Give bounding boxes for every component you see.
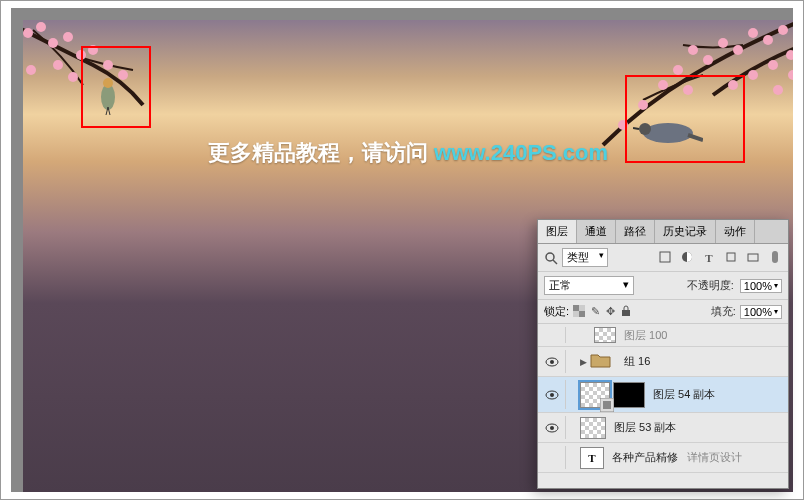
layer-filter-row: 类型 T bbox=[538, 244, 788, 272]
svg-point-11 bbox=[68, 72, 78, 82]
lock-position-icon[interactable]: ✥ bbox=[606, 305, 615, 318]
blend-mode-row: 正常▾ 不透明度: 100%▾ bbox=[538, 272, 788, 300]
visibility-eye-icon[interactable] bbox=[545, 390, 559, 400]
layer-row[interactable]: 图层 53 副本 bbox=[538, 413, 788, 443]
svg-rect-38 bbox=[727, 253, 735, 261]
layer-name: 各种产品精修 详情页设计 bbox=[612, 450, 788, 465]
tab-channels[interactable]: 通道 bbox=[577, 220, 616, 243]
svg-line-35 bbox=[553, 260, 557, 264]
layer-row-text[interactable]: T 各种产品精修 详情页设计 bbox=[538, 443, 788, 473]
svg-point-16 bbox=[718, 38, 728, 48]
tab-paths[interactable]: 路径 bbox=[616, 220, 655, 243]
svg-rect-36 bbox=[660, 252, 670, 262]
layer-mask-thumbnail bbox=[613, 382, 645, 408]
search-icon bbox=[544, 251, 558, 265]
svg-point-15 bbox=[733, 45, 743, 55]
svg-point-34 bbox=[546, 253, 554, 261]
filter-text-icon[interactable]: T bbox=[702, 252, 716, 264]
lock-all-icon[interactable] bbox=[621, 305, 631, 319]
svg-point-10 bbox=[53, 60, 63, 70]
lock-label: 锁定: bbox=[544, 304, 569, 319]
filter-toggle-icon[interactable] bbox=[768, 250, 782, 266]
svg-point-0 bbox=[23, 28, 33, 38]
svg-point-3 bbox=[63, 32, 73, 42]
svg-point-18 bbox=[688, 45, 698, 55]
layer-thumbnail bbox=[594, 327, 616, 343]
layer-name: 图层 53 副本 bbox=[614, 420, 788, 435]
opacity-label: 不透明度: bbox=[687, 278, 734, 293]
svg-rect-40 bbox=[772, 251, 778, 263]
filter-type-select[interactable]: 类型 bbox=[562, 248, 608, 267]
fill-label: 填充: bbox=[711, 304, 736, 319]
watermark-text-url: www.240PS.com bbox=[434, 140, 608, 165]
layer-row[interactable]: 图层 100 bbox=[538, 324, 788, 347]
svg-rect-50 bbox=[603, 401, 611, 409]
svg-point-22 bbox=[748, 70, 758, 80]
filter-smart-icon[interactable] bbox=[746, 251, 760, 265]
svg-point-29 bbox=[773, 85, 783, 95]
svg-point-14 bbox=[748, 28, 758, 38]
tab-actions[interactable]: 动作 bbox=[716, 220, 755, 243]
layer-row-active[interactable]: 图层 54 副本 bbox=[538, 377, 788, 413]
tab-layers[interactable]: 图层 bbox=[538, 220, 577, 243]
svg-point-2 bbox=[48, 38, 58, 48]
svg-point-17 bbox=[703, 55, 713, 65]
smart-object-icon bbox=[600, 398, 614, 412]
svg-point-48 bbox=[550, 393, 554, 397]
lock-pixels-icon[interactable]: ✎ bbox=[591, 305, 600, 318]
tab-history[interactable]: 历史记录 bbox=[655, 220, 716, 243]
watermark-text-white: 更多精品教程，请访问 bbox=[208, 140, 434, 165]
layers-panel[interactable]: 图层 通道 路径 历史记录 动作 类型 T 正常▾ 不透明度: bbox=[537, 219, 789, 489]
selection-marker-left bbox=[81, 46, 151, 128]
tutorial-watermark: 更多精品教程，请访问 www.240PS.com bbox=[208, 138, 608, 168]
filter-shape-icon[interactable] bbox=[724, 251, 738, 265]
svg-point-46 bbox=[550, 360, 554, 364]
visibility-eye-icon[interactable] bbox=[545, 423, 559, 433]
filter-adjust-icon[interactable] bbox=[680, 251, 694, 265]
lock-row: 锁定: ✎ ✥ 填充: 100%▾ bbox=[538, 300, 788, 324]
svg-point-21 bbox=[768, 60, 778, 70]
svg-point-52 bbox=[550, 426, 554, 430]
svg-rect-42 bbox=[573, 305, 579, 311]
panel-tabs: 图层 通道 路径 历史记录 动作 bbox=[538, 220, 788, 244]
svg-point-28 bbox=[788, 70, 793, 80]
layer-thumbnail bbox=[580, 417, 606, 439]
fill-input[interactable]: 100%▾ bbox=[740, 305, 782, 319]
layer-name: 图层 54 副本 bbox=[653, 387, 788, 402]
folder-icon bbox=[590, 351, 616, 373]
svg-point-1 bbox=[36, 22, 46, 32]
layer-list: 图层 100 ▶ 组 16 图层 54 副本 bbox=[538, 324, 788, 473]
svg-point-13 bbox=[763, 35, 773, 45]
opacity-input[interactable]: 100%▾ bbox=[740, 279, 782, 293]
svg-point-19 bbox=[673, 65, 683, 75]
filter-pixel-icon[interactable] bbox=[658, 251, 672, 265]
selection-marker-right bbox=[625, 75, 745, 163]
svg-rect-43 bbox=[579, 311, 585, 317]
blend-mode-select[interactable]: 正常▾ bbox=[544, 276, 634, 295]
svg-point-12 bbox=[778, 25, 788, 35]
svg-point-7 bbox=[26, 65, 36, 75]
visibility-eye-icon[interactable] bbox=[545, 357, 559, 367]
svg-rect-44 bbox=[622, 310, 630, 316]
layer-name: 图层 100 bbox=[624, 328, 788, 343]
layer-name: 组 16 bbox=[624, 354, 788, 369]
lock-transparency-icon[interactable] bbox=[573, 305, 585, 319]
disclosure-icon[interactable]: ▶ bbox=[580, 357, 590, 367]
layer-row-group[interactable]: ▶ 组 16 bbox=[538, 347, 788, 377]
text-layer-icon: T bbox=[580, 447, 604, 469]
svg-rect-39 bbox=[748, 254, 758, 261]
